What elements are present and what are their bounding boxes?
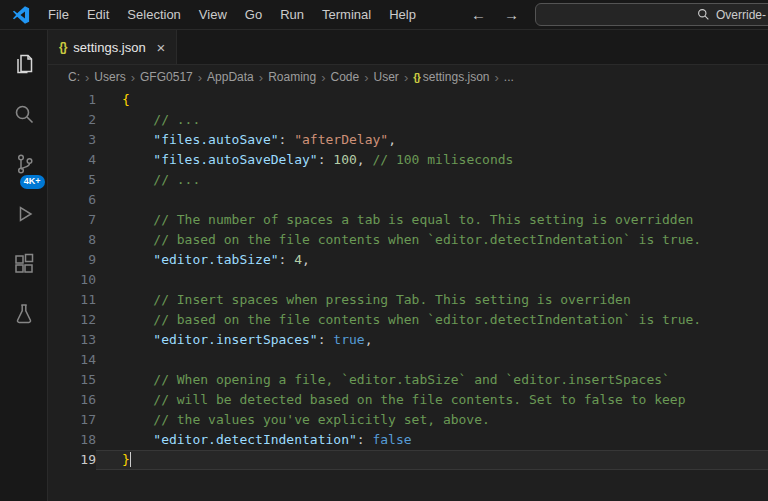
json-file-icon: {}	[59, 40, 66, 54]
code-line-7[interactable]: 7 // The number of spaces a tab is equal…	[48, 210, 768, 230]
line-content: // will be detected based on the file co…	[96, 390, 768, 410]
command-center-search[interactable]: Override-	[535, 3, 768, 26]
line-content: {	[96, 90, 768, 110]
tab-label: settings.json	[73, 40, 145, 55]
code-line-11[interactable]: 11 // Insert spaces when pressing Tab. T…	[48, 290, 768, 310]
breadcrumb-item[interactable]: Users	[94, 70, 125, 84]
json-file-icon: {}	[413, 71, 420, 83]
activity-bar-item-run-debug[interactable]	[0, 191, 48, 241]
line-number: 19	[48, 450, 96, 470]
line-content: // Insert spaces when pressing Tab. This…	[96, 290, 768, 310]
code-line-13[interactable]: 13 "editor.insertSpaces": true,	[48, 330, 768, 350]
line-content: // The number of spaces a tab is equal t…	[96, 210, 768, 230]
line-content	[96, 190, 768, 210]
run-debug-icon	[12, 202, 36, 230]
line-number: 15	[48, 370, 96, 390]
search-sidebar-icon	[12, 102, 36, 130]
code-line-9[interactable]: 9 "editor.tabSize": 4,	[48, 250, 768, 270]
tab-settings-json[interactable]: {} settings.json ×	[48, 30, 177, 64]
code-line-10[interactable]: 10	[48, 270, 768, 290]
code-line-14[interactable]: 14	[48, 350, 768, 370]
line-number: 14	[48, 350, 96, 370]
line-content: // based on the file contents when `edit…	[96, 310, 768, 330]
line-content	[96, 270, 768, 290]
code-line-4[interactable]: 4 "files.autoSaveDelay": 100, // 100 mil…	[48, 150, 768, 170]
menu-help[interactable]: Help	[380, 7, 425, 22]
code-line-1[interactable]: 1{	[48, 90, 768, 110]
code-line-17[interactable]: 17 // the values you've explicitly set, …	[48, 410, 768, 430]
line-content: "files.autoSaveDelay": 100, // 100 milis…	[96, 150, 768, 170]
code-line-16[interactable]: 16 // will be detected based on the file…	[48, 390, 768, 410]
menu-bar: File Edit Selection View Go Run Terminal…	[39, 7, 425, 22]
activity-bar-item-source-control[interactable]: 4K+	[0, 141, 48, 191]
code-line-2[interactable]: 2 // ...	[48, 110, 768, 130]
menu-terminal[interactable]: Terminal	[313, 7, 380, 22]
tab-bar: {} settings.json ×	[48, 30, 768, 65]
code-line-15[interactable]: 15 // When opening a file, `editor.tabSi…	[48, 370, 768, 390]
breadcrumb-separator: ›	[321, 70, 325, 85]
text-cursor	[130, 452, 131, 467]
breadcrumb-item[interactable]: {}settings.json	[413, 70, 489, 84]
line-number: 13	[48, 330, 96, 350]
breadcrumb-item[interactable]: Roaming	[268, 70, 316, 84]
breadcrumb-separator: ›	[404, 70, 408, 85]
breadcrumb-separator: ›	[259, 70, 263, 85]
back-button[interactable]: ←	[471, 6, 486, 23]
activity-bar-item-search[interactable]	[0, 91, 48, 141]
breadcrumb-item[interactable]: GFG0517	[140, 70, 193, 84]
breadcrumb-separator: ›	[85, 70, 89, 85]
menu-file[interactable]: File	[39, 7, 78, 22]
code-editor[interactable]: 1{2 // ...3 "files.autoSave": "afterDela…	[48, 89, 768, 501]
vscode-window: File Edit Selection View Go Run Terminal…	[0, 0, 768, 501]
code-line-12[interactable]: 12 // based on the file contents when `e…	[48, 310, 768, 330]
code-line-3[interactable]: 3 "files.autoSave": "afterDelay",	[48, 130, 768, 150]
line-number: 9	[48, 250, 96, 270]
line-number: 5	[48, 170, 96, 190]
close-tab-icon[interactable]: ×	[157, 39, 166, 56]
breadcrumb-item[interactable]: C:	[68, 70, 80, 84]
line-content: "files.autoSave": "afterDelay",	[96, 130, 768, 150]
activity-bar-item-explorer[interactable]	[0, 41, 48, 91]
line-content: "editor.detectIndentation": false	[96, 430, 768, 450]
editor-area: {} settings.json × C:›Users›GFG0517›AppD…	[48, 30, 768, 501]
activity-bar: 4K+	[0, 30, 48, 501]
explorer-icon	[12, 52, 36, 80]
activity-bar-item-extensions[interactable]	[0, 241, 48, 291]
menu-run[interactable]: Run	[271, 7, 313, 22]
line-number: 3	[48, 130, 96, 150]
menu-edit[interactable]: Edit	[78, 7, 118, 22]
line-number: 6	[48, 190, 96, 210]
vscode-logo-icon	[12, 6, 30, 24]
menu-go[interactable]: Go	[236, 7, 271, 22]
breadcrumb-item[interactable]: AppData	[207, 70, 254, 84]
line-number: 16	[48, 390, 96, 410]
activity-bar-item-testing[interactable]	[0, 291, 48, 341]
code-line-19[interactable]: 19}	[48, 450, 768, 470]
breadcrumb-item[interactable]: ...	[504, 70, 514, 84]
code-line-18[interactable]: 18 "editor.detectIndentation": false	[48, 430, 768, 450]
line-number: 4	[48, 150, 96, 170]
forward-button[interactable]: →	[504, 6, 519, 23]
code-line-6[interactable]: 6	[48, 190, 768, 210]
breadcrumb: C:›Users›GFG0517›AppData›Roaming›Code›Us…	[48, 65, 768, 89]
line-content: // ...	[96, 170, 768, 190]
line-content: "editor.tabSize": 4,	[96, 250, 768, 270]
breadcrumb-separator: ›	[198, 70, 202, 85]
breadcrumb-item[interactable]: User	[374, 70, 399, 84]
extensions-icon	[12, 252, 36, 280]
breadcrumb-item[interactable]: Code	[331, 70, 360, 84]
breadcrumb-separator: ›	[494, 70, 498, 85]
line-number: 7	[48, 210, 96, 230]
line-content: // based on the file contents when `edit…	[96, 230, 768, 250]
search-icon	[697, 8, 710, 21]
menu-view[interactable]: View	[190, 7, 236, 22]
line-number: 11	[48, 290, 96, 310]
code-line-8[interactable]: 8 // based on the file contents when `ed…	[48, 230, 768, 250]
menu-selection[interactable]: Selection	[118, 7, 189, 22]
source-control-badge: 4K+	[20, 175, 45, 189]
code-line-5[interactable]: 5 // ...	[48, 170, 768, 190]
line-number: 10	[48, 270, 96, 290]
history-navigation: ← →	[471, 0, 519, 29]
line-content: // When opening a file, `editor.tabSize`…	[96, 370, 768, 390]
breadcrumb-separator: ›	[131, 70, 135, 85]
